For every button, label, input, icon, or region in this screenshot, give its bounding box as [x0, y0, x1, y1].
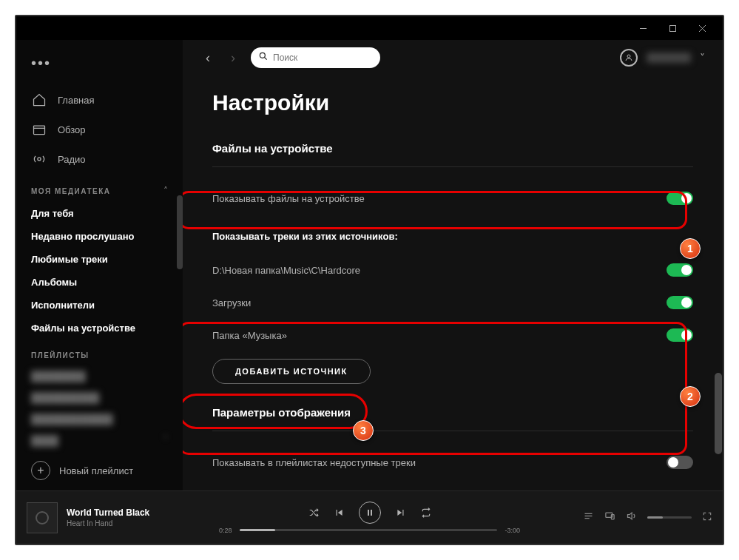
nav-browse[interactable]: Обзор	[16, 115, 183, 144]
app-window: ••• Главная Обзор Радио МОЯ МЕ	[15, 15, 724, 545]
previous-button[interactable]	[334, 507, 344, 518]
settings-content: Настройки Файлы на устройстве Показывать…	[183, 75, 723, 490]
svg-point-9	[627, 55, 630, 58]
toggle-source[interactable]	[667, 296, 693, 309]
close-button[interactable]	[687, 18, 717, 38]
main-panel: ‹ › ˅ Настройки	[183, 40, 723, 490]
devices-button[interactable]	[604, 510, 615, 524]
user-icon	[620, 49, 638, 67]
maximize-button[interactable]	[658, 18, 687, 38]
search-icon	[258, 51, 269, 64]
new-playlist-button[interactable]: + Новый плейлист	[16, 452, 183, 489]
more-button[interactable]: •••	[16, 46, 183, 85]
sources-header: Показывать треки из этих источников:	[212, 231, 693, 242]
sidebar: ••• Главная Обзор Радио МОЯ МЕ	[16, 40, 183, 490]
lib-liked[interactable]: Любимые треки	[16, 248, 183, 271]
playlists-header[interactable]: ПЛЕЙЛИСТЫ	[16, 340, 183, 365]
lib-artists[interactable]: Исполнители	[16, 294, 183, 317]
playlist-item[interactable]: ████████████	[16, 408, 183, 430]
player-bar: World Turned Black Heart In Hand	[16, 490, 723, 544]
library-header[interactable]: МОЯ МЕДИАТЕКА ˄	[16, 174, 183, 202]
svg-rect-11	[371, 510, 372, 516]
chevron-down-icon: ˅	[700, 52, 705, 64]
source-row: Загрузки	[212, 286, 693, 319]
album-art[interactable]	[27, 502, 58, 533]
fullscreen-button[interactable]	[702, 511, 712, 524]
volume-button[interactable]	[626, 510, 637, 524]
volume-fill	[647, 516, 663, 519]
toggle-show-unavailable[interactable]	[667, 456, 693, 469]
nav-label: Радио	[58, 154, 86, 165]
queue-button[interactable]	[583, 510, 594, 524]
search-input[interactable]	[273, 53, 384, 63]
time-elapsed: 0:28	[219, 527, 232, 534]
playlist-item[interactable]: ████˅	[16, 430, 183, 451]
nav-label: Главная	[58, 95, 94, 106]
svg-point-7	[260, 53, 265, 58]
titlebar	[16, 16, 723, 40]
browse-icon	[31, 121, 47, 138]
user-menu[interactable]: ˅	[620, 49, 705, 67]
minimize-button[interactable]	[628, 18, 658, 38]
back-button[interactable]: ‹	[200, 50, 215, 66]
track-artist[interactable]: Heart In Hand	[67, 519, 149, 527]
setting-show-local: Показывать файлы на устройстве	[212, 182, 693, 215]
volume-slider[interactable]	[647, 516, 692, 519]
nav-home[interactable]: Главная	[16, 85, 183, 115]
svg-rect-4	[34, 126, 45, 135]
local-files-header: Файлы на устройстве	[212, 142, 693, 155]
source-row: Папка «Музыка»	[212, 319, 693, 351]
toggle-show-local[interactable]	[667, 192, 693, 205]
main-scrollbar[interactable]	[715, 373, 722, 454]
page-title: Настройки	[212, 90, 693, 115]
playlists-title: ПЛЕЙЛИСТЫ	[31, 351, 90, 360]
annotation-badge-3: 3	[353, 420, 374, 441]
add-source-button[interactable]: ДОБАВИТЬ ИСТОЧНИК	[212, 359, 371, 384]
display-header: Параметры отображения	[212, 406, 693, 419]
pause-button[interactable]	[359, 502, 381, 524]
annotation-badge-1: 1	[680, 238, 701, 259]
playlist-item[interactable]: ████████	[16, 365, 183, 387]
lib-local[interactable]: Файлы на устройстве	[16, 317, 183, 340]
repeat-button[interactable]	[421, 507, 431, 518]
chevron-down-icon: ˅	[163, 435, 168, 446]
svg-rect-10	[368, 510, 369, 516]
player-right	[520, 510, 712, 524]
sidebar-scrollbar[interactable]	[177, 195, 183, 269]
svg-point-6	[38, 158, 41, 161]
search-box[interactable]	[251, 47, 380, 68]
annotation-badge-2: 2	[680, 386, 701, 407]
progress-fill	[240, 529, 276, 531]
setting-show-unavailable: Показывать в плейлистах недоступные трек…	[212, 446, 693, 479]
nav-radio[interactable]: Радио	[16, 144, 183, 174]
source-row: D:\Новая папка\Music\C\Hardcore	[212, 254, 693, 286]
divider	[212, 166, 693, 167]
time-remaining: -3:00	[505, 527, 520, 534]
source-path: Папка «Музыка»	[212, 330, 287, 341]
toggle-source[interactable]	[667, 263, 693, 277]
shuffle-button[interactable]	[308, 507, 319, 518]
progress-bar[interactable]	[240, 529, 498, 531]
plus-icon: +	[31, 461, 50, 480]
home-icon	[31, 92, 47, 108]
source-path: D:\Новая папка\Music\C\Hardcore	[212, 265, 360, 276]
new-playlist-label: Новый плейлист	[59, 465, 133, 476]
main-area: ••• Главная Обзор Радио МОЯ МЕ	[16, 40, 723, 490]
forward-button[interactable]: ›	[226, 50, 240, 66]
toggle-source[interactable]	[667, 328, 693, 342]
lib-for-you[interactable]: Для тебя	[16, 202, 183, 225]
svg-rect-1	[669, 25, 675, 31]
setting-label: Показывать файлы на устройстве	[212, 193, 365, 204]
svg-line-8	[265, 58, 267, 60]
next-button[interactable]	[396, 507, 406, 518]
user-name	[647, 53, 691, 63]
nav-label: Обзор	[58, 124, 86, 135]
track-title[interactable]: World Turned Black	[67, 507, 149, 518]
topbar: ‹ › ˅	[183, 40, 723, 75]
divider	[212, 431, 693, 431]
lib-recent[interactable]: Недавно прослушано	[16, 225, 183, 248]
source-path: Загрузки	[212, 297, 251, 308]
lib-albums[interactable]: Альбомы	[16, 271, 183, 294]
playlist-item[interactable]: ██████████	[16, 387, 183, 408]
radio-icon	[31, 151, 47, 167]
